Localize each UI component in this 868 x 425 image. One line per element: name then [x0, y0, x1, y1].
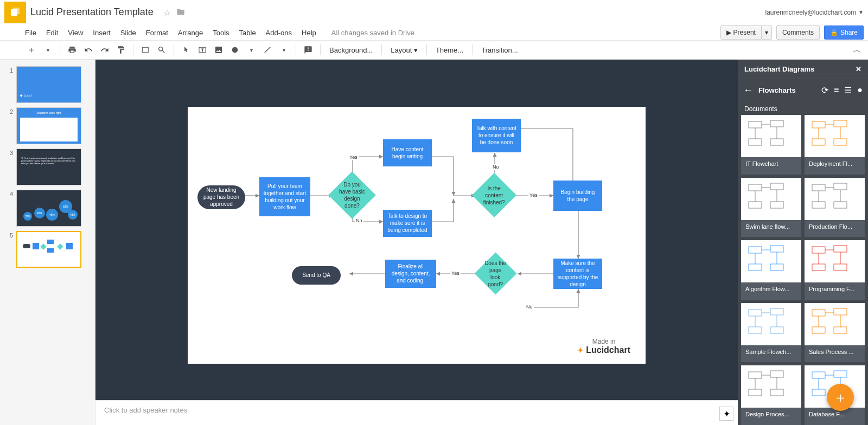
- menu-insert[interactable]: Insert: [93, 29, 111, 37]
- slide-thumb-1[interactable]: ◆ Lucid: [16, 66, 81, 103]
- svg-rect-12: [57, 243, 63, 249]
- sidebar-card[interactable]: Programming F...: [805, 240, 865, 300]
- textbox-icon[interactable]: T: [196, 43, 209, 56]
- print-icon[interactable]: [66, 43, 79, 56]
- slide-thumb-2[interactable]: Diagrams done right: [16, 107, 81, 144]
- current-slide[interactable]: New landing page has been approved Pull …: [188, 107, 646, 364]
- present-dropdown[interactable]: ▾: [762, 25, 772, 40]
- menu-slide[interactable]: Slide: [120, 29, 136, 37]
- slide-thumb-4[interactable]: 37% 45% 46% 63% 43%: [16, 190, 81, 227]
- new-slide-dropdown[interactable]: ▾: [41, 43, 54, 56]
- sidebar-card[interactable]: Design Proces...: [741, 365, 801, 425]
- sidebar-card[interactable]: Swim lane flow...: [741, 178, 801, 237]
- thumb-number: 5: [4, 232, 13, 239]
- edge-label: No: [525, 304, 534, 310]
- line-icon[interactable]: [261, 43, 274, 56]
- svg-rect-60: [834, 264, 847, 271]
- sidebar-card-label: Algorithm Flow...: [741, 282, 801, 295]
- svg-rect-64: [749, 310, 762, 316]
- svg-rect-46: [834, 202, 847, 208]
- svg-rect-50: [749, 247, 762, 253]
- paint-format-icon[interactable]: [114, 43, 127, 56]
- sidebar-card-label: Programming F...: [805, 282, 865, 295]
- refresh-icon[interactable]: ⟳: [821, 85, 828, 95]
- shape-icon[interactable]: [228, 43, 241, 56]
- sidebar-card[interactable]: Sample Flowch...: [741, 303, 801, 363]
- node-qa: Send to QA: [292, 266, 341, 285]
- menu-format[interactable]: Format: [146, 29, 168, 37]
- svg-rect-38: [749, 202, 762, 208]
- save-status: All changes saved in Drive: [331, 29, 414, 37]
- collapse-toolbar-icon[interactable]: ︿: [851, 43, 864, 56]
- svg-rect-29: [812, 121, 825, 128]
- svg-rect-67: [770, 327, 783, 333]
- sidebar-header: Lucidchart Diagrams ✕: [738, 60, 868, 79]
- node-finalize: Finalize all design, content, and coding…: [385, 260, 436, 288]
- slide-thumb-3[interactable]: "If I'm trying to recommend a solution, …: [16, 149, 81, 185]
- account-dropdown-icon[interactable]: ▼: [858, 9, 864, 15]
- sidebar-card[interactable]: Production Flo...: [805, 178, 865, 237]
- sidebar-card-label: Production Flo...: [805, 220, 865, 233]
- sidebar-card[interactable]: Sales Process ...: [805, 303, 865, 363]
- svg-rect-37: [770, 183, 783, 190]
- slides-logo[interactable]: [4, 2, 26, 23]
- svg-line-6: [265, 47, 271, 53]
- star-icon[interactable]: ☆: [163, 8, 173, 17]
- document-title[interactable]: Lucid Presentation Template: [30, 7, 154, 18]
- sidebar-card-label: Design Proces...: [741, 408, 801, 421]
- menu-arrange[interactable]: Arrange: [178, 29, 203, 37]
- svg-rect-23: [770, 120, 783, 127]
- shape-dropdown[interactable]: ▾: [245, 43, 258, 56]
- image-icon[interactable]: [212, 43, 225, 56]
- svg-rect-72: [834, 308, 847, 315]
- sidebar-nav: ← Flowcharts ⟳ ≡ ☰ ●: [738, 79, 868, 101]
- menu-help[interactable]: Help: [302, 29, 316, 37]
- background-button[interactable]: Background...: [326, 46, 376, 54]
- layout-button[interactable]: Layout ▾: [387, 46, 421, 54]
- back-icon[interactable]: ←: [743, 85, 753, 96]
- menu-table[interactable]: Table: [239, 29, 256, 37]
- close-icon[interactable]: ✕: [856, 65, 861, 73]
- slide-canvas[interactable]: New landing page has been approved Pull …: [95, 60, 738, 425]
- slide-thumb-5[interactable]: [16, 231, 81, 268]
- theme-button[interactable]: Theme...: [432, 46, 467, 54]
- menu-addons[interactable]: Add-ons: [266, 29, 292, 37]
- present-button[interactable]: ▶Present: [720, 25, 762, 40]
- select-icon[interactable]: [180, 43, 193, 56]
- undo-icon[interactable]: [82, 43, 95, 56]
- lock-icon: 🔒: [830, 29, 838, 36]
- list-icon[interactable]: ☰: [844, 85, 852, 95]
- user-email[interactable]: laurenmcneely@lucidchart.com: [765, 9, 857, 16]
- menu-edit[interactable]: Edit: [46, 29, 58, 37]
- comments-button[interactable]: Comments: [776, 25, 820, 40]
- svg-rect-87: [812, 389, 825, 396]
- sidebar-card[interactable]: IT Flowchart: [741, 115, 801, 175]
- thumb-number: 4: [4, 191, 13, 197]
- svg-rect-39: [770, 202, 783, 208]
- svg-rect-86: [834, 371, 847, 377]
- menu-tools[interactable]: Tools: [213, 29, 229, 37]
- sidebar-card[interactable]: Deployment Fl...: [805, 115, 865, 175]
- share-button[interactable]: 🔒Share: [824, 25, 864, 40]
- explore-button[interactable]: ✦: [719, 407, 733, 421]
- speaker-notes[interactable]: Click to add speaker notes: [95, 400, 738, 425]
- line-dropdown[interactable]: ▾: [277, 43, 290, 56]
- zoom-icon[interactable]: [155, 43, 168, 56]
- fab-add-button[interactable]: ＋: [827, 384, 854, 411]
- menu-view[interactable]: View: [68, 29, 83, 37]
- move-to-drive-icon[interactable]: [176, 8, 186, 17]
- transition-button[interactable]: Transition...: [478, 46, 521, 54]
- svg-rect-9: [40, 243, 46, 249]
- menu-file[interactable]: File: [25, 29, 36, 37]
- redo-icon[interactable]: [98, 43, 111, 56]
- sidebar-card[interactable]: Algorithm Flow...: [741, 240, 801, 300]
- new-slide-button[interactable]: ＋: [25, 43, 38, 56]
- svg-point-5: [232, 47, 238, 53]
- sort-icon[interactable]: ≡: [834, 85, 839, 95]
- comment-icon[interactable]: [302, 43, 315, 56]
- svg-rect-51: [770, 246, 783, 252]
- fit-icon[interactable]: [139, 43, 152, 56]
- svg-rect-52: [749, 264, 762, 271]
- svg-rect-25: [770, 139, 783, 145]
- account-icon[interactable]: ●: [857, 85, 863, 95]
